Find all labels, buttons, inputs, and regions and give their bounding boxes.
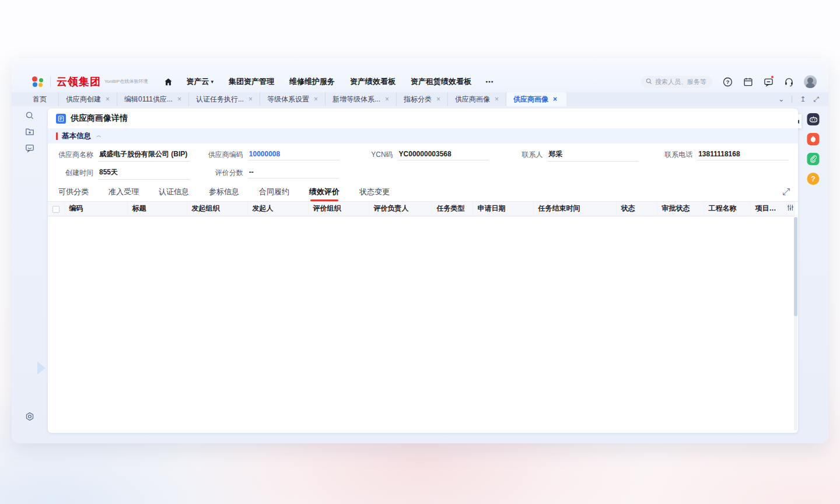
detail-tab-合同履约[interactable]: 合同履约 — [258, 184, 290, 201]
column-header-任务结束时间: 任务结束时间 — [533, 202, 616, 216]
scrollbar-thumb[interactable] — [794, 217, 797, 316]
column-settings-cell — [786, 202, 794, 216]
window-tab-label: 编辑0111供应... — [124, 94, 173, 104]
help-bubble-icon[interactable]: ? — [807, 173, 820, 185]
table-vertical-scrollbar — [794, 217, 797, 430]
yonyou-space-icon[interactable] — [807, 133, 820, 145]
global-search[interactable] — [641, 76, 712, 88]
column-header-评价负责人: 评价负责人 — [369, 202, 432, 216]
select-all-checkbox[interactable] — [52, 206, 60, 213]
detail-tab-准入受理[interactable]: 准入受理 — [107, 184, 140, 201]
message-icon[interactable] — [763, 76, 774, 87]
logo-subtitle: YonBIP在线体验环境 — [104, 79, 148, 85]
window-tab-label: 新增等级体系... — [332, 94, 380, 104]
column-header-评价组织: 评价组织 — [308, 202, 369, 216]
section-title: 基本信息 — [62, 131, 91, 141]
column-settings-icon — [787, 204, 794, 211]
right-rail: ? — [798, 106, 828, 443]
tabs-dropdown-icon[interactable]: ⌄ — [778, 95, 784, 103]
search-input[interactable] — [655, 78, 708, 85]
field-5: 联系电话13811118168 — [656, 148, 789, 162]
rail-settings-gear-icon[interactable] — [25, 412, 35, 424]
rail-folder-icon[interactable] — [25, 127, 34, 139]
field-label: 创建时间 — [57, 168, 93, 178]
field-value: -- — [248, 167, 340, 178]
window-tab-1[interactable]: 首页 — [26, 92, 59, 106]
column-header-任务类型: 任务类型 — [432, 202, 473, 216]
field-value[interactable]: 10000008 — [248, 149, 340, 160]
nav-item-5[interactable]: 资产租赁绩效看板 — [411, 76, 471, 87]
window-tab-3[interactable]: 编辑0111供应...× — [117, 92, 189, 106]
calendar-icon[interactable] — [743, 76, 753, 87]
divider — [792, 96, 792, 103]
detail-tab-可供分类[interactable]: 可供分类 — [57, 184, 90, 201]
home-icon[interactable] — [163, 76, 173, 87]
detail-tab-参标信息[interactable]: 参标信息 — [208, 184, 240, 201]
performance-table-zone: 编码标题发起组织发起人评价组织评价负责人任务类型申请日期任务结束时间状态审批状态… — [48, 202, 798, 433]
table-fullscreen-icon[interactable]: ⤢ — [782, 187, 790, 197]
rail-feedback-icon[interactable] — [25, 144, 34, 155]
window-tab-label: 供应商创建 — [66, 94, 101, 104]
close-icon[interactable]: × — [553, 96, 557, 103]
nav-item-3[interactable]: 维修维护服务 — [289, 76, 335, 87]
close-icon[interactable]: × — [495, 96, 499, 103]
svg-text:?: ? — [726, 79, 729, 85]
detail-tab-认证信息[interactable]: 认证信息 — [158, 184, 190, 201]
pin-up-icon[interactable]: ↥ — [800, 95, 806, 103]
fullscreen-icon[interactable]: ⤢ — [813, 95, 819, 103]
ai-assistant-icon[interactable] — [807, 113, 820, 125]
close-icon[interactable]: × — [385, 96, 389, 103]
close-icon[interactable]: × — [314, 96, 318, 103]
column-header-项目编码: 项目编码 — [750, 202, 786, 216]
nav-item-1[interactable]: 资产云▾ — [186, 76, 214, 87]
column-header-工程名称: 工程名称 — [704, 202, 750, 216]
detail-tab-状态变更[interactable]: 状态变更 — [358, 184, 391, 201]
column-header-申请日期: 申请日期 — [473, 202, 533, 216]
window-tab-4[interactable]: 认证任务执行...× — [189, 92, 260, 106]
basic-info-section-header[interactable]: 基本信息 ︿ — [48, 128, 798, 144]
table-header-row: 编码标题发起组织发起人评价组织评价负责人任务类型申请日期任务结束时间状态审批状态… — [48, 202, 794, 216]
panel-expand-handle[interactable] — [37, 362, 46, 374]
nav-item-4[interactable]: 资产绩效看板 — [350, 76, 396, 87]
field-3: YCN码YC00000003568 — [357, 148, 489, 162]
rail-search-icon[interactable] — [25, 111, 34, 123]
window-tab-8[interactable]: 供应商画像× — [448, 92, 506, 106]
basic-info-form: 供应商名称威盛电子股份有限公司 (BIP)供应商编码10000008YCN码YC… — [48, 144, 798, 186]
close-icon[interactable]: × — [106, 96, 110, 103]
close-icon[interactable]: × — [177, 96, 181, 103]
window-tab-6[interactable]: 新增等级体系...× — [326, 92, 397, 106]
close-icon[interactable]: × — [249, 96, 253, 103]
attachment-icon[interactable] — [807, 153, 820, 165]
close-icon[interactable]: × — [436, 96, 440, 103]
nav-item-2[interactable]: 集团资产管理 — [229, 76, 274, 87]
field-value: 855天 — [98, 166, 190, 180]
field-value: YC00000003568 — [398, 149, 489, 160]
column-header-审批状态: 审批状态 — [657, 202, 704, 216]
field-value: 13811118168 — [697, 149, 789, 160]
user-avatar[interactable] — [804, 75, 817, 88]
window-tab-7[interactable]: 指标分类× — [397, 92, 448, 106]
detail-tab-绩效评价[interactable]: 绩效评价 — [308, 184, 341, 201]
nav-more-icon[interactable]: ⋯ — [485, 77, 495, 86]
page-title-row: 供应商画像详情 — [48, 108, 798, 128]
notification-dot — [771, 75, 774, 79]
window-tab-9[interactable]: 供应商画像× — [506, 92, 566, 106]
field-value: 郑采 — [547, 148, 639, 162]
yonyou-logo-icon — [32, 75, 44, 88]
main-nav: 资产云▾集团资产管理维修维护服务资产绩效看板资产租赁绩效看板 — [186, 76, 471, 87]
field-value: 威盛电子股份有限公司 (BIP) — [98, 148, 190, 162]
window-tab-bar: 首页供应商创建×编辑0111供应...×认证任务执行...×等级体系设置×新增等… — [12, 92, 828, 106]
field-label: 联系人 — [506, 150, 542, 160]
performance-table: 编码标题发起组织发起人评价组织评价负责人任务类型申请日期任务结束时间状态审批状态… — [48, 202, 795, 216]
window-tab-2[interactable]: 供应商创建× — [59, 92, 117, 106]
field-6: 创建时间855天 — [57, 166, 190, 180]
headset-icon[interactable] — [783, 76, 794, 87]
window-tab-5[interactable]: 等级体系设置× — [260, 92, 326, 106]
field-label: 供应商名称 — [57, 150, 93, 160]
field-4: 联系人郑采 — [506, 148, 639, 162]
window-tab-label: 等级体系设置 — [267, 94, 309, 104]
help-icon[interactable]: ? — [722, 76, 733, 87]
search-icon — [646, 76, 652, 87]
field-label: 联系电话 — [656, 150, 692, 160]
section-collapse-icon[interactable]: ︿ — [96, 132, 102, 139]
